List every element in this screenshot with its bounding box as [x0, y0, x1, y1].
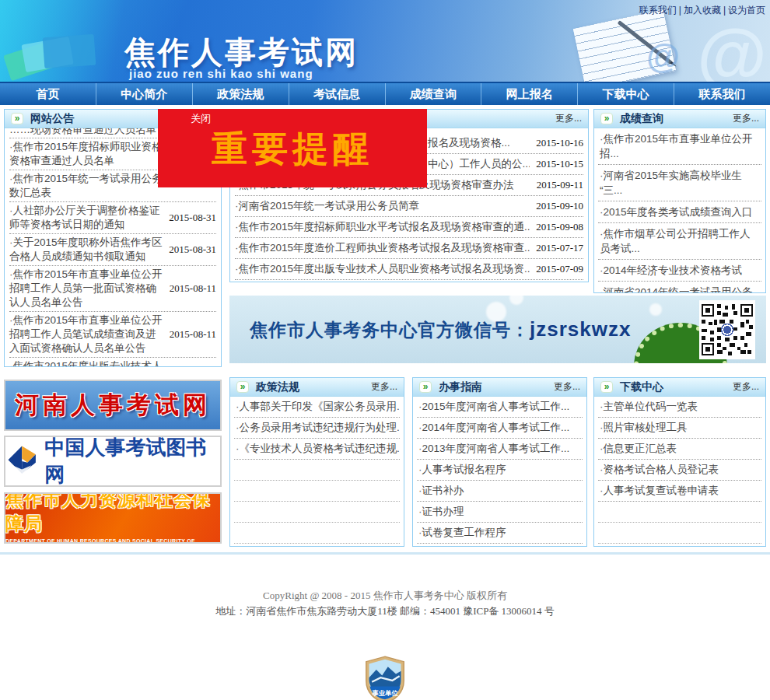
policy-list: 人事部关于印发《国家公务员录用... 公务员录用考试违纪违规行为处理... 《专… — [230, 397, 404, 544]
list-item[interactable]: 人事考试报名程序 — [417, 460, 583, 481]
item-date: 2015-10-15 — [536, 158, 583, 170]
list-item[interactable]: 试卷复查工作程序 — [417, 523, 583, 544]
list-item[interactable]: 2014年经济专业技术资格考试 — [598, 260, 761, 282]
nav-item-policy[interactable]: 政策法规 — [193, 83, 289, 105]
double-arrow-icon — [419, 381, 432, 393]
double-arrow-icon — [236, 381, 249, 393]
footer-divider — [0, 552, 770, 555]
list-item[interactable]: 河南省2015年实施高校毕业生“三... — [598, 165, 761, 201]
list-item[interactable]: 证书补办 — [417, 481, 583, 502]
list-empty-row — [234, 502, 400, 523]
list-item[interactable]: 焦作市2015年市直事业单位公开招... — [598, 128, 761, 165]
item-date: 2015-09-08 — [536, 221, 583, 233]
banner-jiaozuo-hrss[interactable]: 焦作市人力资源和社会保障局 DEPARTMENT OF HUMAN RESOUR… — [4, 492, 222, 544]
list-item[interactable]: 关于2015年度职称外语焦作考区合格人员成绩通知书领取通知 2015-08-31 — [9, 234, 216, 266]
item-date: 2015-08-31 — [169, 211, 216, 225]
list-item-text[interactable]: 河南省2015年统一考试录用公务员简章 — [235, 199, 530, 213]
list-item[interactable]: 信息更正汇总表 — [598, 439, 761, 460]
item-date: 2015-09-10 — [536, 200, 583, 212]
more-link[interactable]: 更多... — [371, 380, 397, 394]
list-item[interactable]: 照片审核处理工具 — [598, 418, 761, 439]
banner-subtext: DEPARTMENT OF HUMAN RESOURCES AND SOCIAL… — [5, 538, 220, 544]
contact-us-link[interactable]: 联系我们 — [639, 5, 677, 16]
panel-title: 政策法规 — [256, 380, 299, 394]
banner-china-exam-books[interactable]: 中国人事考试图书网 — [4, 436, 222, 487]
list-item[interactable]: 证书办理 — [417, 502, 583, 523]
books-icon — [43, 34, 96, 69]
list-item[interactable]: 《专业技术人员资格考试违纪违规... — [234, 439, 400, 460]
nav-item-download[interactable]: 下载中心 — [578, 83, 674, 105]
list-item[interactable]: 人事考试复查试卷申请表 — [598, 481, 761, 502]
list-item[interactable]: 2014年度河南省人事考试工作... — [417, 418, 583, 439]
double-arrow-icon — [11, 113, 23, 124]
list-item[interactable]: 焦作市2015年市直事业单位公开招聘工作人员第一批面试资格确认人员名单公告 20… — [9, 266, 216, 312]
header-banner: @ @ 联系我们|加入收藏|设为首页 焦作人事考试网 jiao zuo ren … — [0, 0, 770, 82]
list-item[interactable]: 2015年度河南省人事考试工作... — [417, 397, 583, 418]
item-date: 2015-08-31 — [169, 243, 216, 257]
list-item[interactable]: 焦作市2015年度出版专业技术人员职业资格考试报名及现场资... 2015-07… — [235, 259, 583, 280]
more-link[interactable]: 更多... — [555, 112, 582, 125]
at-symbol-icon: @ — [697, 14, 767, 82]
decor-blob — [509, 296, 523, 305]
item-date: 2015-07-09 — [536, 263, 583, 275]
banner-text: 焦作市人力资源和社会保障局 — [5, 492, 220, 536]
more-link[interactable]: 更多... — [554, 380, 580, 394]
panel-header: 下载中心 更多... — [594, 378, 765, 397]
list-item[interactable]: 焦作市2015年度造价工程师执业资格考试报名及现场资格审查... 2015-07… — [235, 238, 583, 259]
list-item[interactable]: 焦作市2015年市直事业单位公开招聘工作人员笔试成绩查询及进入面试资格确认人员名… — [9, 312, 216, 358]
list-item[interactable]: 主管单位代码一览表 — [598, 397, 761, 418]
item-date: 2015-08-11 — [170, 327, 216, 341]
popup-close-button[interactable]: 关闭 — [191, 112, 211, 126]
double-arrow-icon — [600, 113, 613, 124]
popup-title: 重要提醒 — [158, 125, 427, 173]
separator: | — [679, 5, 681, 16]
public-institution-badge[interactable]: 事业单位 — [363, 656, 407, 700]
more-link[interactable]: 更多... — [733, 380, 759, 394]
guide-list: 2015年度河南省人事考试工作... 2014年度河南省人事考试工作... 20… — [413, 397, 586, 544]
nav-item-home[interactable]: 首页 — [0, 83, 96, 105]
list-item-text[interactable]: 人社部办公厅关于调整价格鉴证师等资格考试日期的通知 — [9, 204, 166, 232]
badge-label: 事业单位 — [372, 689, 398, 697]
item-date: 2015-09-11 — [537, 179, 583, 191]
list-item-text[interactable]: 焦作市2015年市直事业单位公开招聘工作人员笔试成绩查询及进入面试资格确认人员名… — [9, 313, 166, 355]
add-favorite-link[interactable]: 加入收藏 — [684, 5, 721, 16]
nav-item-contact[interactable]: 联系我们 — [674, 83, 770, 105]
panel-title: 成绩查询 — [620, 112, 663, 126]
list-item-text[interactable]: 焦作市2015年度造价工程师执业资格考试报名及现场资格审查... — [235, 241, 530, 255]
nav-item-exam-info[interactable]: 考试信息 — [289, 83, 386, 105]
nav-item-score-query[interactable]: 成绩查询 — [386, 83, 482, 105]
set-homepage-link[interactable]: 设为首页 — [728, 5, 765, 16]
book-diamond-logo-icon — [5, 444, 38, 478]
list-empty-row — [598, 523, 761, 544]
list-item-text[interactable]: 焦作市2015年度招标师职业水平考试报名及现场资格审查的通... — [235, 220, 530, 234]
list-item[interactable]: 河南省2014年统一考试录用公务员... — [598, 282, 761, 293]
list-item[interactable]: 2013年度河南省人事考试工作... — [417, 439, 583, 460]
list-item[interactable]: 人社部办公厅关于调整价格鉴证师等资格考试日期的通知 2015-08-31 — [9, 202, 216, 234]
decor-blob — [649, 303, 662, 316]
list-item-text[interactable]: 焦作市2015年市直事业单位公开招聘工作人员第一批面试资格确认人员名单公告 — [9, 268, 166, 310]
score-query-list: 焦作市2015年市直事业单位公开招... 河南省2015年实施高校毕业生“三..… — [594, 128, 765, 293]
list-empty-row — [234, 523, 400, 544]
list-item[interactable]: 焦作市烟草公司公开招聘工作人员考试... — [598, 223, 761, 260]
wechat-banner[interactable]: 焦作市人事考务中心官方微信号：jzsrskwzx — [229, 296, 766, 363]
more-link[interactable]: 更多... — [733, 112, 759, 125]
list-item[interactable]: 2015年度各类考试成绩查询入口 — [598, 201, 761, 223]
banner-henan-personnel-exam[interactable]: 河南人事考试网 — [4, 380, 222, 431]
list-item-text[interactable]: 焦作市2015年度出版专业技术人员职业资格考试现场资格审查通过人 — [9, 359, 166, 367]
list-item[interactable]: 资格考试合格人员登记表 — [598, 460, 761, 481]
panel-header: 办事指南 更多... — [413, 378, 586, 397]
footer-copyright: CopyRight @ 2008 - 2015 焦作市人事考务中心 版权所有 — [0, 589, 770, 603]
list-item-text[interactable]: 关于2015年度职称外语焦作考区合格人员成绩通知书领取通知 — [9, 236, 166, 264]
nav-item-online-register[interactable]: 网上报名 — [481, 83, 578, 105]
list-item[interactable]: 焦作市2015年度招标师职业水平考试报名及现场资格审查的通... 2015-09… — [235, 217, 583, 238]
list-item-text[interactable]: 焦作市2015年度出版专业技术人员职业资格考试报名及现场资... — [235, 262, 530, 276]
list-item[interactable]: 公务员录用考试违纪违规行为处理... — [234, 418, 400, 439]
panel-header: 政策法规 更多... — [230, 378, 404, 397]
list-item[interactable]: 焦作市2015年度出版专业技术人员职业资格考试现场资格审查通过人 2015-07… — [9, 358, 216, 367]
nav-item-center-intro[interactable]: 中心简介 — [96, 83, 193, 105]
list-item[interactable]: 河南省2015年统一考试录用公务员简章 2015-09-10 — [235, 196, 583, 217]
list-empty-row — [234, 460, 400, 481]
page: @ @ 联系我们|加入收藏|设为首页 焦作人事考试网 jiao zuo ren … — [0, 0, 770, 700]
important-reminder-popup: 关闭 重要提醒 — [158, 109, 427, 187]
list-item[interactable]: 人事部关于印发《国家公务员录用... — [234, 397, 400, 418]
